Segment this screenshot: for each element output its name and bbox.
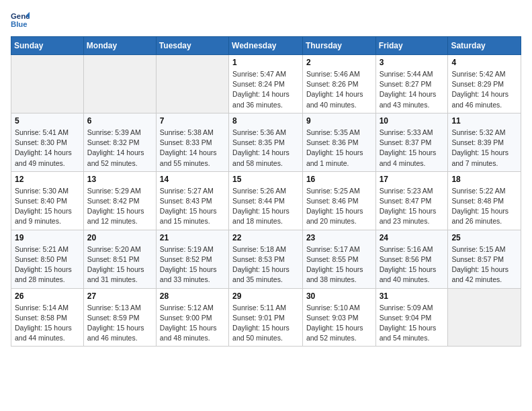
day-number: 31 [380,291,445,301]
day-cell: 16Sunrise: 5:25 AMSunset: 8:46 PMDayligh… [302,171,375,230]
day-info: Sunrise: 5:17 AMSunset: 8:55 PMDaylight:… [306,244,372,285]
day-info: Sunrise: 5:44 AMSunset: 8:27 PMDaylight:… [380,69,445,110]
day-cell: 9Sunrise: 5:35 AMSunset: 8:36 PMDaylight… [302,113,375,171]
calendar-table: SundayMondayTuesdayWednesdayThursdayFrid… [11,36,521,347]
day-number: 22 [232,233,299,242]
day-info: Sunrise: 5:09 AMSunset: 9:04 PMDaylight:… [380,303,445,344]
day-cell: 15Sunrise: 5:26 AMSunset: 8:44 PMDayligh… [229,171,303,230]
day-info: Sunrise: 5:38 AMSunset: 8:33 PMDaylight:… [160,128,225,169]
day-info: Sunrise: 5:18 AMSunset: 8:53 PMDaylight:… [232,244,299,285]
week-row-1: 1Sunrise: 5:47 AMSunset: 8:24 PMDaylight… [11,55,521,113]
dow-header-saturday: Saturday [448,37,521,55]
day-number: 27 [87,291,152,301]
day-info: Sunrise: 5:39 AMSunset: 8:32 PMDaylight:… [87,128,152,169]
day-info: Sunrise: 5:10 AMSunset: 9:03 PMDaylight:… [306,303,372,344]
day-number: 25 [451,233,517,242]
day-number: 16 [306,175,372,184]
svg-text:General: General [11,12,30,20]
day-number: 10 [380,116,445,126]
day-info: Sunrise: 5:19 AMSunset: 8:52 PMDaylight:… [160,244,225,285]
logo-icon: General Blue [11,11,30,30]
day-number: 11 [451,116,517,126]
day-number: 6 [87,116,152,126]
day-cell: 13Sunrise: 5:29 AMSunset: 8:42 PMDayligh… [83,171,156,230]
day-cell: 22Sunrise: 5:18 AMSunset: 8:53 PMDayligh… [229,230,303,288]
day-number: 18 [451,175,517,184]
day-cell: 14Sunrise: 5:27 AMSunset: 8:43 PMDayligh… [156,171,228,230]
day-number: 20 [87,233,152,242]
day-cell: 29Sunrise: 5:11 AMSunset: 9:01 PMDayligh… [229,288,303,347]
day-info: Sunrise: 5:15 AMSunset: 8:57 PMDaylight:… [451,244,517,285]
day-cell: 25Sunrise: 5:15 AMSunset: 8:57 PMDayligh… [448,230,521,288]
day-number: 5 [15,116,80,126]
day-number: 19 [15,233,80,242]
week-row-5: 26Sunrise: 5:14 AMSunset: 8:58 PMDayligh… [11,288,521,347]
day-cell: 1Sunrise: 5:47 AMSunset: 8:24 PMDaylight… [229,55,303,113]
day-info: Sunrise: 5:41 AMSunset: 8:30 PMDaylight:… [15,128,80,169]
day-number: 1 [232,58,299,67]
dow-header-friday: Friday [375,37,448,55]
day-info: Sunrise: 5:30 AMSunset: 8:40 PMDaylight:… [15,186,80,227]
dow-header-thursday: Thursday [302,37,375,55]
day-cell [156,55,228,113]
day-cell: 8Sunrise: 5:36 AMSunset: 8:35 PMDaylight… [229,113,303,171]
week-row-4: 19Sunrise: 5:21 AMSunset: 8:50 PMDayligh… [11,230,521,288]
day-info: Sunrise: 5:23 AMSunset: 8:47 PMDaylight:… [380,186,445,227]
day-cell: 27Sunrise: 5:13 AMSunset: 8:59 PMDayligh… [83,288,156,347]
day-info: Sunrise: 5:33 AMSunset: 8:37 PMDaylight:… [380,128,445,169]
day-number: 7 [160,116,225,126]
day-cell: 3Sunrise: 5:44 AMSunset: 8:27 PMDaylight… [375,55,448,113]
day-number: 30 [306,291,372,301]
day-info: Sunrise: 5:25 AMSunset: 8:46 PMDaylight:… [306,186,372,227]
days-of-week-row: SundayMondayTuesdayWednesdayThursdayFrid… [11,37,521,55]
day-cell: 30Sunrise: 5:10 AMSunset: 9:03 PMDayligh… [302,288,375,347]
day-cell: 20Sunrise: 5:20 AMSunset: 8:51 PMDayligh… [83,230,156,288]
day-info: Sunrise: 5:32 AMSunset: 8:39 PMDaylight:… [451,128,517,169]
day-cell: 28Sunrise: 5:12 AMSunset: 9:00 PMDayligh… [156,288,228,347]
svg-text:Blue: Blue [11,20,28,28]
day-cell: 4Sunrise: 5:42 AMSunset: 8:29 PMDaylight… [448,55,521,113]
day-number: 4 [451,58,517,67]
dow-header-tuesday: Tuesday [156,37,228,55]
day-cell: 31Sunrise: 5:09 AMSunset: 9:04 PMDayligh… [375,288,448,347]
day-info: Sunrise: 5:21 AMSunset: 8:50 PMDaylight:… [15,244,80,285]
week-row-3: 12Sunrise: 5:30 AMSunset: 8:40 PMDayligh… [11,171,521,230]
day-number: 24 [380,233,445,242]
day-info: Sunrise: 5:11 AMSunset: 9:01 PMDaylight:… [232,303,299,344]
day-cell: 2Sunrise: 5:46 AMSunset: 8:26 PMDaylight… [302,55,375,113]
day-cell: 24Sunrise: 5:16 AMSunset: 8:56 PMDayligh… [375,230,448,288]
logo: General Blue [11,11,30,30]
day-cell [448,288,521,347]
day-cell: 7Sunrise: 5:38 AMSunset: 8:33 PMDaylight… [156,113,228,171]
dow-header-wednesday: Wednesday [229,37,303,55]
day-info: Sunrise: 5:47 AMSunset: 8:24 PMDaylight:… [232,69,299,110]
day-info: Sunrise: 5:26 AMSunset: 8:44 PMDaylight:… [232,186,299,227]
day-number: 9 [306,116,372,126]
day-cell [11,55,84,113]
day-info: Sunrise: 5:36 AMSunset: 8:35 PMDaylight:… [232,128,299,169]
day-number: 26 [15,291,80,301]
day-info: Sunrise: 5:20 AMSunset: 8:51 PMDaylight:… [87,244,152,285]
page-header: General Blue [11,11,521,30]
day-info: Sunrise: 5:14 AMSunset: 8:58 PMDaylight:… [15,303,80,344]
day-cell: 18Sunrise: 5:22 AMSunset: 8:48 PMDayligh… [448,171,521,230]
dow-header-monday: Monday [83,37,156,55]
day-number: 3 [380,58,445,67]
day-info: Sunrise: 5:27 AMSunset: 8:43 PMDaylight:… [160,186,225,227]
day-cell: 23Sunrise: 5:17 AMSunset: 8:55 PMDayligh… [302,230,375,288]
day-info: Sunrise: 5:16 AMSunset: 8:56 PMDaylight:… [380,244,445,285]
day-info: Sunrise: 5:35 AMSunset: 8:36 PMDaylight:… [306,128,372,169]
day-info: Sunrise: 5:12 AMSunset: 9:00 PMDaylight:… [160,303,225,344]
day-number: 8 [232,116,299,126]
day-number: 13 [87,175,152,184]
day-number: 28 [160,291,225,301]
day-cell: 19Sunrise: 5:21 AMSunset: 8:50 PMDayligh… [11,230,84,288]
day-info: Sunrise: 5:22 AMSunset: 8:48 PMDaylight:… [451,186,517,227]
day-cell: 26Sunrise: 5:14 AMSunset: 8:58 PMDayligh… [11,288,84,347]
calendar-body: 1Sunrise: 5:47 AMSunset: 8:24 PMDaylight… [11,55,521,347]
day-number: 29 [232,291,299,301]
day-cell: 5Sunrise: 5:41 AMSunset: 8:30 PMDaylight… [11,113,84,171]
day-cell: 6Sunrise: 5:39 AMSunset: 8:32 PMDaylight… [83,113,156,171]
day-info: Sunrise: 5:29 AMSunset: 8:42 PMDaylight:… [87,186,152,227]
dow-header-sunday: Sunday [11,37,84,55]
